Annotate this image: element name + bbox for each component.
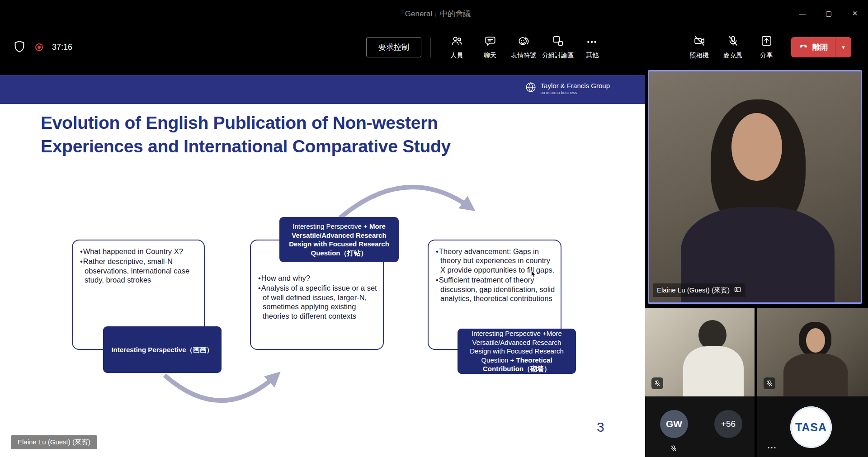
organization-tile[interactable]: TASA ⋯ [757,396,868,457]
participant-tile[interactable] [645,308,755,396]
chevron-down-icon[interactable]: ▾ [835,37,851,57]
avatar[interactable]: GW [660,410,688,438]
meeting-toolbar: 37:16 要求控制 人員 聊天 表情符號 [0,27,868,68]
speaker-name-label: Elaine Lu (Guest) (來賓) [653,283,745,297]
camera-button[interactable]: 照相機 [683,31,716,64]
reactions-label: 表情符號 [511,52,536,60]
stage3-badge: Interesting Perspective +More Versatile/… [458,329,576,374]
people-label: 人員 [450,52,463,60]
meeting-timer: 37:16 [52,42,72,52]
spotlight-icon [734,286,741,295]
stage1-bullet1: What happened in Country X? [80,247,198,256]
teams-meeting-window: 「General」中的會議 — ▢ ✕ 37:16 要求控制 人員 [0,0,868,457]
emoji-icon [518,35,530,48]
slide-title: Evolution of English Publication of Non-… [41,111,574,158]
people-button[interactable]: 人員 [440,31,473,64]
microphone-button[interactable]: 麥克風 [716,31,750,64]
more-button[interactable]: ••• 其他 [576,31,609,64]
microphone-label: 麥克風 [723,52,742,60]
participants-overflow-tile[interactable]: GW +56 [645,396,755,457]
more-icon: ••• [587,36,598,48]
mouse-cursor-icon [530,270,538,280]
share-label: 分享 [760,52,773,60]
toolbar-center-group: 要求控制 人員 聊天 表情符號 [366,27,609,68]
window-titlebar: 「General」中的會議 — ▢ ✕ [0,0,868,27]
organization-logo: TASA [790,406,832,448]
mic-muted-badge [651,377,663,389]
breakout-rooms-button[interactable]: 分組討論區 [540,31,576,64]
tile-more-button[interactable]: ⋯ [767,444,777,451]
people-icon [451,35,463,48]
share-button[interactable]: 分享 [750,31,783,64]
chat-button[interactable]: 聊天 [473,31,507,64]
slide-header-band: Taylor & Francis Group an informa busine… [0,75,645,104]
stage2-badge: Interesting Perspective + More Versatile… [279,217,399,262]
slide-title-line1: Evolution of English Publication of Non-… [41,111,574,135]
chat-icon [484,35,496,48]
presenter-name-overlay: Elaine Lu (Guest) (來賓) [11,435,97,449]
publisher-brand: Taylor & Francis Group an informa busine… [525,81,610,95]
camera-off-icon [693,35,706,48]
shield-icon [13,40,26,55]
stage3-badge-text: Interesting Perspective +More Versatile/… [463,329,571,373]
breakout-rooms-icon [552,35,564,48]
flow-arrow-bottom [165,375,277,400]
breakout-rooms-label: 分組討論區 [542,52,574,60]
window-title: 「General」中的會議 [397,8,471,19]
reactions-button[interactable]: 表情符號 [507,31,540,64]
phone-hangup-icon [798,41,808,53]
globe-icon [525,81,537,95]
mic-muted-badge [668,443,679,454]
stage1-badge-text: Interesting Perspective（画画） [111,345,213,354]
toolbar-divider [430,38,431,57]
maximize-icon[interactable]: ▢ [816,0,842,27]
active-speaker-tile[interactable]: Elaine Lu (Guest) (來賓) [648,70,862,304]
brand-tagline: an informa business [541,90,610,95]
share-icon [760,35,773,48]
leave-split-button: 離開 ▾ [791,37,851,57]
slide-title-line2: Experiences and International Comparativ… [41,135,574,158]
stage1-bullet2: Rather descriptive, small-N observations… [80,257,198,284]
request-control-button[interactable]: 要求控制 [366,37,421,57]
stage2-bullet2: Analysis of a specific issue or a set of… [258,283,377,320]
speaker-name: Elaine Lu (Guest) (來賓) [657,286,730,295]
brand-name: Taylor & Francis Group [541,82,610,90]
participant-tile[interactable] [757,308,868,396]
camera-label: 照相機 [690,52,709,60]
shared-screen-stage: Taylor & Francis Group an informa busine… [0,68,645,457]
recording-icon [35,43,43,51]
chat-label: 聊天 [484,52,496,60]
flow-arrow-top [340,187,471,218]
stage1-badge: Interesting Perspective（画画） [103,326,222,373]
slide-page-number: 3 [597,419,604,435]
video-sidebar: Elaine Lu (Guest) (來賓) [645,68,868,457]
leave-button[interactable]: 離開 [791,37,835,57]
stage2-badge-text: Interesting Perspective + More Versatile… [285,222,393,257]
window-controls: — ▢ ✕ [789,0,868,27]
meeting-status-group: 37:16 [13,27,72,68]
stage2-bullet1: How and why? [258,273,377,283]
meeting-content: Taylor & Francis Group an informa busine… [0,68,868,457]
organization-logo-text: TASA [795,421,827,434]
overflow-count-badge[interactable]: +56 [714,410,742,438]
mic-muted-badge [764,377,775,389]
more-label: 其他 [586,51,599,59]
slide-body: Evolution of English Publication of Non-… [0,104,645,457]
close-icon[interactable]: ✕ [842,0,868,27]
leave-label: 離開 [812,42,828,52]
toolbar-right-group: 照相機 麥克風 分享 離開 [683,27,851,68]
mic-off-icon [727,35,739,48]
minimize-icon[interactable]: — [789,0,816,27]
